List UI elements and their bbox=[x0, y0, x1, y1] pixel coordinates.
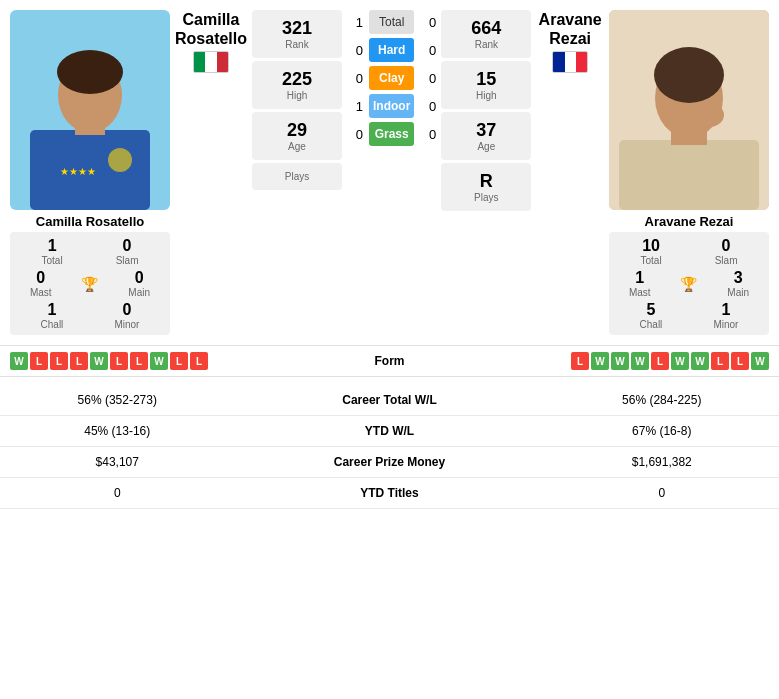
center-right-name: Aravane Rezai bbox=[536, 10, 604, 48]
right-player-column: Aravane Rezai 10 Total 0 Slam 1 Mast 🏆 bbox=[609, 10, 769, 335]
bottom-right-val: 56% (284-225) bbox=[544, 385, 779, 416]
surface-row-clay: 0 Clay 0 bbox=[347, 66, 436, 90]
bottom-left-val: 0 bbox=[0, 478, 234, 509]
bottom-right-val: 67% (16-8) bbox=[544, 416, 779, 447]
bottom-left-val: $43,107 bbox=[0, 447, 234, 478]
bottom-left-val: 45% (13-16) bbox=[0, 416, 234, 447]
bottom-center-label: Career Prize Money bbox=[234, 447, 544, 478]
left-age-box: 29 Age bbox=[252, 112, 342, 160]
form-badge-right: W bbox=[611, 352, 629, 370]
left-plays-box: Plays bbox=[252, 163, 342, 190]
indoor-badge: Indoor bbox=[369, 94, 414, 118]
right-rank-box: 664 Rank bbox=[441, 10, 531, 58]
left-player-column: ★★★★ Camilla Rosatello 1 Total 0 Slam 0 bbox=[10, 10, 170, 335]
left-chall-stat: 1 Chall bbox=[41, 301, 64, 330]
bottom-center-label: Career Total W/L bbox=[234, 385, 544, 416]
center-column: Camilla Rosatello 321 Rank bbox=[175, 10, 604, 211]
left-total-stat: 1 Total bbox=[42, 237, 63, 266]
form-badge-left: W bbox=[150, 352, 168, 370]
bottom-stat-row: 56% (352-273) Career Total W/L 56% (284-… bbox=[0, 385, 779, 416]
form-badge-left: L bbox=[70, 352, 88, 370]
form-badge-right: W bbox=[631, 352, 649, 370]
bottom-stat-row: $43,107 Career Prize Money $1,691,382 bbox=[0, 447, 779, 478]
total-label: Total bbox=[369, 10, 414, 34]
right-chall-stat: 5 Chall bbox=[640, 301, 663, 330]
total-left-score: 1 bbox=[347, 15, 363, 30]
bottom-right-val: 0 bbox=[544, 478, 779, 509]
form-badge-right: L bbox=[731, 352, 749, 370]
center-left-name-box: Camilla Rosatello bbox=[175, 10, 247, 211]
right-mast-stat: 1 Mast bbox=[629, 269, 651, 298]
svg-point-4 bbox=[57, 50, 123, 94]
form-badge-left: L bbox=[110, 352, 128, 370]
bottom-stats-table: 56% (352-273) Career Total W/L 56% (284-… bbox=[0, 385, 779, 509]
right-slam-stat: 0 Slam bbox=[715, 237, 738, 266]
form-badge-right: W bbox=[591, 352, 609, 370]
left-player-photo: ★★★★ bbox=[10, 10, 170, 210]
right-flag-box bbox=[536, 51, 604, 73]
form-section: WLLLWLLWLL Form LWWWLWWLLW bbox=[0, 345, 779, 377]
bottom-right-val: $1,691,382 bbox=[544, 447, 779, 478]
surface-row-hard: 0 Hard 0 bbox=[347, 38, 436, 62]
right-high-box: 15 High bbox=[441, 61, 531, 109]
surface-section: 1 Total 0 0 Hard 0 0 Clay 0 1 bbox=[347, 10, 436, 211]
right-age-box: 37 Age bbox=[441, 112, 531, 160]
left-trophy-icon: 🏆 bbox=[81, 276, 98, 292]
right-player-name: Aravane Rezai bbox=[609, 214, 769, 229]
right-trophy-icon: 🏆 bbox=[680, 276, 697, 292]
left-player-name: Camilla Rosatello bbox=[10, 214, 170, 229]
form-badge-right: L bbox=[571, 352, 589, 370]
left-high-box: 225 High bbox=[252, 61, 342, 109]
left-mast-stat: 0 Mast bbox=[30, 269, 52, 298]
bottom-left-val: 56% (352-273) bbox=[0, 385, 234, 416]
left-main-stat: 0 Main bbox=[128, 269, 150, 298]
left-form-badges: WLLLWLLWLL bbox=[10, 352, 320, 370]
right-center-stats: 664 Rank 15 High 37 Age R Plays bbox=[441, 10, 531, 211]
right-form-badges: LWWWLWWLLW bbox=[460, 352, 770, 370]
svg-rect-9 bbox=[619, 140, 759, 210]
comparison-container: ★★★★ Camilla Rosatello 1 Total 0 Slam 0 bbox=[0, 0, 779, 345]
right-player-stats: 10 Total 0 Slam 1 Mast 🏆 3 Main bbox=[609, 232, 769, 335]
center-left-name: Camilla Rosatello bbox=[175, 10, 247, 48]
center-names-row: Camilla Rosatello 321 Rank bbox=[175, 10, 604, 211]
svg-text:★★★★: ★★★★ bbox=[60, 166, 96, 177]
form-badge-left: L bbox=[170, 352, 188, 370]
form-badge-right: W bbox=[751, 352, 769, 370]
left-center-stats: 321 Rank 225 High 29 Age Plays bbox=[252, 10, 342, 211]
left-slam-stat: 0 Slam bbox=[116, 237, 139, 266]
form-badge-left: W bbox=[10, 352, 28, 370]
right-total-stat: 10 Total bbox=[641, 237, 662, 266]
left-flag-box bbox=[175, 51, 247, 73]
svg-point-12 bbox=[654, 47, 724, 103]
right-minor-stat: 1 Minor bbox=[713, 301, 738, 330]
total-row: 1 Total 0 bbox=[347, 10, 436, 34]
form-badge-left: W bbox=[90, 352, 108, 370]
right-plays-box: R Plays bbox=[441, 163, 531, 211]
form-badge-left: L bbox=[50, 352, 68, 370]
svg-point-6 bbox=[108, 148, 132, 172]
surface-row-grass: 0 Grass 0 bbox=[347, 122, 436, 146]
bottom-center-label: YTD Titles bbox=[234, 478, 544, 509]
left-minor-stat: 0 Minor bbox=[114, 301, 139, 330]
form-badge-right: W bbox=[691, 352, 709, 370]
bottom-stat-row: 45% (13-16) YTD W/L 67% (16-8) bbox=[0, 416, 779, 447]
form-badge-right: L bbox=[651, 352, 669, 370]
form-badge-left: L bbox=[130, 352, 148, 370]
bottom-center-label: YTD W/L bbox=[234, 416, 544, 447]
left-player-stats: 1 Total 0 Slam 0 Mast 🏆 0 Main bbox=[10, 232, 170, 335]
form-badge-right: W bbox=[671, 352, 689, 370]
form-label: Form bbox=[320, 354, 460, 368]
center-right-name-box: Aravane Rezai bbox=[536, 10, 604, 211]
left-rank-box: 321 Rank bbox=[252, 10, 342, 58]
form-badge-left: L bbox=[30, 352, 48, 370]
right-player-photo bbox=[609, 10, 769, 210]
svg-point-13 bbox=[694, 103, 724, 127]
form-badge-right: L bbox=[711, 352, 729, 370]
hard-badge: Hard bbox=[369, 38, 414, 62]
form-badge-left: L bbox=[190, 352, 208, 370]
surface-row-indoor: 1 Indoor 0 bbox=[347, 94, 436, 118]
clay-badge: Clay bbox=[369, 66, 414, 90]
right-main-stat: 3 Main bbox=[727, 269, 749, 298]
total-right-score: 0 bbox=[420, 15, 436, 30]
bottom-stat-row: 0 YTD Titles 0 bbox=[0, 478, 779, 509]
